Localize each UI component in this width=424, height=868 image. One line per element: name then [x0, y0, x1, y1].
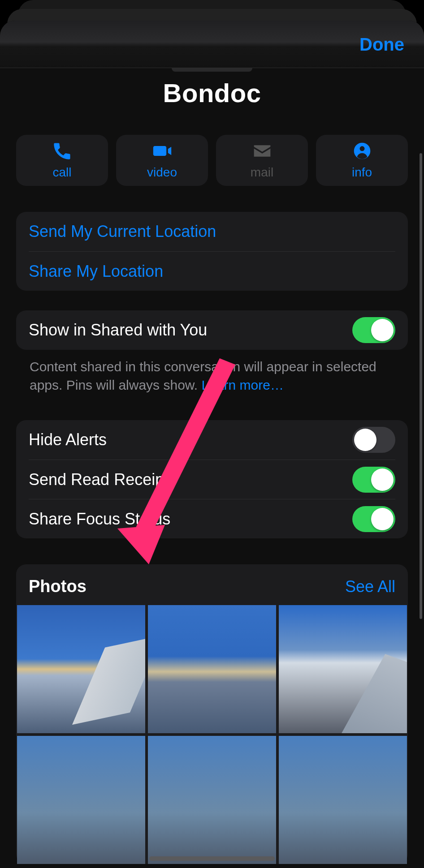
photos-section: Photos See All 0:32: [16, 564, 408, 864]
video-label: video: [147, 165, 177, 180]
scroll-indicator[interactable]: [420, 153, 422, 619]
info-button[interactable]: info: [316, 135, 408, 186]
show-in-shared-with-you-row: Show in Shared with You: [16, 310, 408, 350]
photo-thumbnail[interactable]: [148, 605, 276, 733]
share-my-location-label: Share My Location: [29, 262, 163, 281]
send-current-location-row[interactable]: Send My Current Location: [16, 212, 408, 251]
share-focus-status-row: Share Focus Status: [29, 499, 395, 538]
quick-actions-row: call video mail: [16, 135, 408, 186]
phone-icon: [52, 141, 72, 163]
photo-thumbnail[interactable]: [17, 605, 145, 733]
photos-title: Photos: [29, 577, 87, 596]
photos-grid: 0:32: [16, 605, 408, 864]
learn-more-link[interactable]: Learn more…: [202, 378, 284, 392]
shared-with-you-label: Show in Shared with You: [29, 321, 207, 339]
conversation-settings-group: Hide Alerts Send Read Receipts Share Foc…: [16, 420, 408, 538]
video-thumbnail[interactable]: 0:32: [279, 605, 407, 733]
photo-thumbnail[interactable]: [279, 736, 407, 864]
home-indicator[interactable]: [149, 856, 275, 861]
shared-with-you-group: Show in Shared with You: [16, 310, 408, 350]
video-icon: [152, 141, 172, 163]
hide-alerts-row: Hide Alerts: [16, 420, 408, 460]
video-button[interactable]: video: [116, 135, 208, 186]
video-duration-badge: 0:32: [374, 713, 401, 729]
share-my-location-row[interactable]: Share My Location: [29, 251, 395, 291]
person-circle-icon: [352, 141, 372, 163]
photo-thumbnail[interactable]: [148, 736, 276, 864]
contact-name: Bondoc: [16, 78, 408, 108]
send-current-location-label: Send My Current Location: [29, 222, 216, 241]
send-read-receipts-row: Send Read Receipts: [29, 460, 395, 499]
contact-details-sheet: Done Bondoc call video: [0, 21, 424, 868]
shared-with-you-toggle[interactable]: [352, 317, 395, 343]
mail-button: mail: [216, 135, 308, 186]
navigation-bar: Done: [0, 21, 424, 68]
call-label: call: [52, 165, 71, 180]
mail-icon: [252, 141, 272, 163]
done-button[interactable]: Done: [359, 34, 404, 55]
send-read-receipts-toggle[interactable]: [352, 467, 395, 493]
photos-see-all-button[interactable]: See All: [345, 577, 395, 596]
share-focus-status-label: Share Focus Status: [29, 510, 170, 529]
mail-label: mail: [251, 165, 273, 180]
shared-with-you-footer: Content shared in this conversation will…: [16, 350, 408, 394]
location-group: Send My Current Location Share My Locati…: [16, 212, 408, 291]
info-label: info: [352, 165, 372, 180]
photo-thumbnail[interactable]: [17, 736, 145, 864]
hide-alerts-label: Hide Alerts: [29, 430, 107, 449]
call-button[interactable]: call: [16, 135, 108, 186]
send-read-receipts-label: Send Read Receipts: [29, 470, 177, 489]
svg-point-1: [359, 146, 364, 151]
share-focus-status-toggle[interactable]: [352, 506, 395, 532]
hide-alerts-toggle[interactable]: [352, 427, 395, 453]
